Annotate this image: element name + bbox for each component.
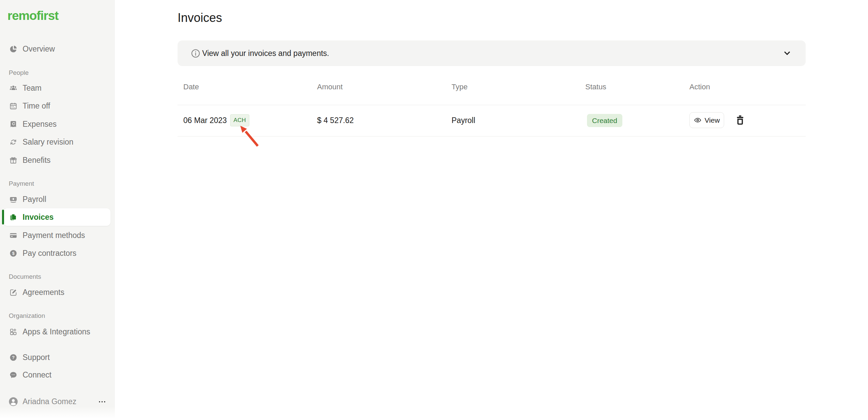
- column-header-action: Action: [689, 83, 710, 91]
- sidebar-item-connect[interactable]: Connect: [0, 366, 115, 384]
- column-header-type: Type: [452, 83, 468, 91]
- banner-text: View all your invoices and payments.: [202, 40, 329, 66]
- column-header-date: Date: [183, 83, 199, 91]
- sidebar-item-expenses[interactable]: Expenses: [0, 115, 115, 133]
- chevron-down-icon[interactable]: [783, 49, 792, 58]
- view-button-label: View: [705, 116, 720, 124]
- sidebar-item-payment-methods[interactable]: Payment methods: [0, 227, 115, 244]
- help-circle-icon: ?: [9, 353, 18, 362]
- view-button[interactable]: View: [689, 112, 724, 128]
- delete-button[interactable]: [734, 113, 746, 127]
- info-banner[interactable]: View all your invoices and payments.: [178, 40, 806, 66]
- payment-method-badge: ACH: [230, 114, 249, 126]
- table-header-divider: [178, 105, 806, 105]
- sidebar-section-organization: Organization: [9, 312, 45, 320]
- sidebar-item-label: Connect: [23, 370, 52, 380]
- sidebar-item-agreements[interactable]: Agreements: [0, 283, 115, 301]
- sidebar-item-benefits[interactable]: Benefits: [0, 151, 115, 169]
- column-header-amount: Amount: [317, 83, 343, 91]
- sidebar-item-apps-integrations[interactable]: Apps & Integrations: [0, 323, 115, 341]
- edit-square-icon: [9, 288, 18, 297]
- svg-text:?: ?: [12, 355, 14, 360]
- sidebar-item-invoices[interactable]: Invoices: [0, 208, 115, 226]
- user-avatar-icon: [8, 396, 19, 407]
- sidebar-item-label: Invoices: [23, 213, 54, 222]
- sidebar-item-label: Overview: [23, 44, 55, 54]
- invoice-date: 06 Mar 2023: [183, 116, 227, 125]
- gift-icon: [9, 156, 18, 165]
- team-icon: [9, 84, 18, 93]
- user-account-row[interactable]: Ariadna Gomez: [0, 393, 115, 411]
- page-title: Invoices: [178, 11, 222, 25]
- eye-icon: [694, 116, 702, 124]
- sidebar-item-label: Payroll: [23, 195, 46, 204]
- sidebar-item-time-off[interactable]: Time off: [0, 97, 115, 115]
- info-icon: [191, 49, 200, 58]
- sidebar-section-payment: Payment: [9, 180, 34, 187]
- invoice-type: Payroll: [452, 116, 475, 125]
- invoice-amount: $ 4 527.62: [317, 116, 354, 125]
- sidebar: remofirst Overview People Team Time off: [0, 0, 115, 420]
- user-name: Ariadna Gomez: [23, 397, 76, 406]
- sidebar-item-label: Time off: [23, 101, 50, 111]
- receipt-refund-icon: [9, 120, 18, 129]
- sidebar-item-label: Expenses: [23, 120, 57, 129]
- cycle-arrows-icon: [9, 138, 18, 147]
- sidebar-item-support[interactable]: ? Support: [0, 349, 115, 366]
- sidebar-item-salary-revision[interactable]: Salary revision: [0, 133, 115, 151]
- sidebar-item-label: Payment methods: [23, 231, 85, 240]
- pie-chart-icon: [9, 45, 18, 54]
- apps-grid-icon: [9, 328, 18, 336]
- svg-text:$: $: [12, 251, 14, 256]
- app-window: remofirst Overview People Team Time off: [0, 0, 868, 420]
- sidebar-item-payroll[interactable]: Payroll: [0, 190, 115, 208]
- remofirst-logo[interactable]: remofirst: [7, 9, 58, 23]
- sidebar-item-overview[interactable]: Overview: [0, 40, 115, 58]
- sidebar-section-documents: Documents: [9, 273, 41, 280]
- user-menu-ellipsis-icon[interactable]: [97, 397, 107, 406]
- sidebar-item-team[interactable]: Team: [0, 79, 115, 97]
- sidebar-item-label: Benefits: [23, 156, 51, 165]
- column-header-status: Status: [585, 83, 606, 91]
- sidebar-section-people: People: [9, 69, 29, 77]
- dollar-circle-icon: $: [9, 249, 18, 258]
- banknote-icon: [9, 195, 18, 204]
- sidebar-item-label: Apps & Integrations: [23, 327, 90, 336]
- table-row-divider: [178, 136, 806, 137]
- calendar-icon: [9, 102, 18, 111]
- main-content: Invoices View all your invoices and paym…: [115, 0, 868, 420]
- sidebar-item-label: Support: [23, 353, 50, 362]
- sidebar-item-label: Agreements: [23, 288, 64, 297]
- sidebar-item-pay-contractors[interactable]: $ Pay contractors: [0, 244, 115, 262]
- sidebar-item-label: Pay contractors: [23, 249, 76, 258]
- chat-bubble-icon: [9, 371, 18, 380]
- sidebar-item-label: Team: [23, 84, 41, 93]
- trash-icon: [735, 114, 745, 126]
- invoices-icon: [9, 213, 18, 222]
- status-badge: Created: [587, 114, 622, 127]
- sidebar-item-label: Salary revision: [23, 138, 73, 147]
- credit-card-icon: [9, 231, 18, 240]
